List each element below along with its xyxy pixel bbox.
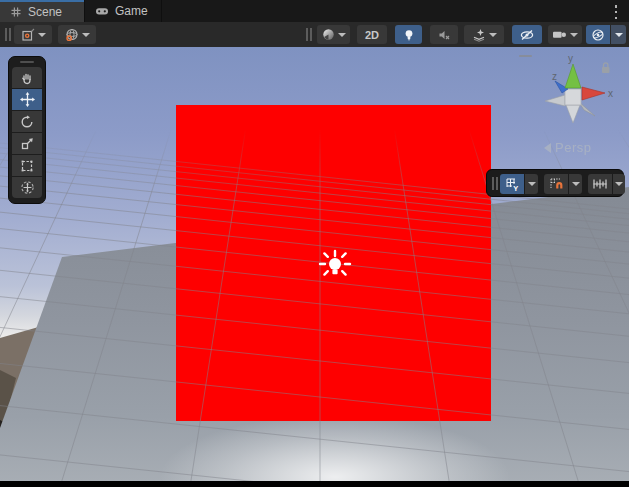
effects-dropdown[interactable] (464, 25, 504, 44)
grid-plane-label: Y (513, 184, 518, 192)
rect-tool-icon (20, 159, 34, 173)
x-axis-label: x (608, 88, 613, 99)
camera-settings-dropdown[interactable] (548, 25, 582, 44)
tab-divider (161, 0, 162, 22)
increment-ruler-icon (592, 177, 608, 191)
left-arrow-icon (544, 143, 551, 153)
lighting-toggle-button[interactable] (395, 25, 422, 44)
2d-label: 2D (365, 29, 379, 41)
neg-x-cone[interactable] (545, 95, 565, 106)
grid-axis-icon: Y (505, 177, 520, 192)
chevron-down-icon (82, 33, 90, 37)
directional-light-gizmo[interactable] (318, 249, 352, 285)
chevron-down-icon (38, 33, 46, 37)
scale-icon (20, 137, 34, 151)
grid-magnet-icon (549, 177, 564, 192)
tab-scene-label: Scene (28, 5, 62, 19)
tab-game[interactable]: Game (85, 0, 161, 22)
tab-scene[interactable]: Scene (0, 0, 84, 22)
grid-icon (10, 6, 22, 18)
move-icon (20, 92, 35, 107)
magnet-shape (556, 182, 562, 189)
tool-scale[interactable] (12, 133, 42, 154)
tool-hand[interactable] (12, 67, 42, 88)
rotate-icon (20, 115, 34, 129)
sparkle-layers-icon (472, 28, 486, 42)
x-axis-cone[interactable] (582, 87, 605, 100)
grid-visibility-chevron[interactable] (525, 174, 538, 194)
gizmo-cube[interactable] (565, 89, 581, 105)
snap-increment-button[interactable] (588, 174, 612, 194)
chevron-down-icon (528, 182, 536, 186)
y-axis-cone[interactable] (565, 64, 581, 88)
tool-move[interactable] (12, 89, 42, 110)
scene-visibility-toggle-button[interactable] (512, 25, 542, 44)
tool-rotate[interactable] (12, 111, 42, 132)
chevron-down-icon (572, 182, 580, 186)
grid-snap-overlay: Y (486, 169, 624, 197)
tab-bar: Scene Game (0, 0, 629, 22)
shading-mode-dropdown[interactable] (317, 25, 350, 44)
tool-settings-drag-handle[interactable] (5, 28, 11, 41)
kebab-menu-icon[interactable] (611, 5, 621, 19)
grid-snapping-chevron[interactable] (569, 174, 582, 194)
chevron-down-icon (570, 33, 578, 37)
chevron-down-icon (615, 182, 623, 186)
audio-toggle-button[interactable] (430, 25, 458, 44)
tools-overlay (8, 56, 46, 204)
bulb-glass (329, 258, 341, 270)
chevron-down-button[interactable] (611, 25, 626, 44)
chevron-down-icon (489, 33, 497, 37)
projection-control[interactable]: Persp (544, 140, 591, 155)
projection-label: Persp (555, 140, 591, 155)
gizmos-sphere-icon[interactable] (586, 25, 610, 44)
grid-snapping-button[interactable] (544, 174, 568, 194)
shaded-sphere-icon (322, 28, 335, 41)
neg-y-cone[interactable] (566, 105, 580, 123)
y-axis-label: y (568, 53, 573, 64)
grid-snap-drag-handle[interactable] (492, 177, 498, 190)
lock-icon[interactable] (602, 63, 610, 73)
pivot-icon (21, 28, 35, 42)
tab-game-label: Game (115, 4, 148, 18)
orientation-toggle-button[interactable] (58, 25, 96, 44)
pivot-toggle-button[interactable] (14, 25, 52, 44)
hand-icon (20, 71, 34, 85)
video-camera-icon (552, 28, 567, 41)
tool-transform[interactable] (12, 177, 42, 198)
view-options-drag-handle[interactable] (306, 28, 312, 41)
gizmos-dropdown[interactable] (586, 25, 626, 44)
bottom-strip (0, 481, 629, 487)
grid-visibility-button[interactable]: Y (500, 174, 524, 194)
scene-view-toolbar: 2D (0, 22, 629, 47)
eye-slash-icon (519, 28, 535, 42)
globe-icon (65, 28, 79, 42)
bulb-base (332, 270, 337, 275)
tool-rect[interactable] (12, 155, 42, 176)
z-axis-label: z (552, 71, 557, 82)
snap-increment-chevron[interactable] (613, 174, 625, 194)
chevron-down-icon (615, 33, 623, 37)
orbit-sphere-icon (591, 28, 605, 42)
speaker-muted-icon (437, 28, 451, 42)
transform-icon (20, 180, 35, 195)
tools-drag-handle[interactable] (20, 61, 34, 63)
orientation-gizmo[interactable]: y z x (518, 52, 628, 152)
lightbulb-icon (402, 28, 416, 42)
gamepad-icon (95, 5, 109, 17)
2d-toggle-button[interactable]: 2D (357, 25, 387, 44)
chevron-down-icon (338, 33, 346, 37)
